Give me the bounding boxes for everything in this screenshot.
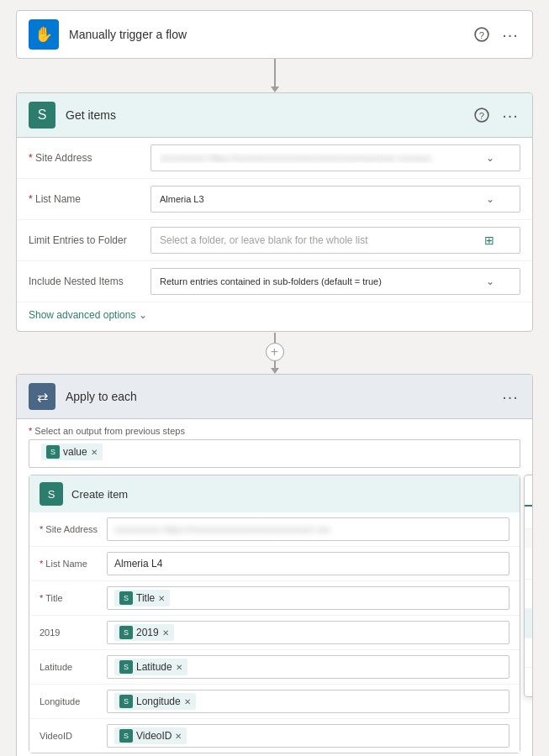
get-items-more-button[interactable]: ··· <box>500 105 520 125</box>
dynamic-content-panel: Dynamic content 🔍 Get items S ID List it… <box>524 475 533 697</box>
show-advanced-chevron: ⌄ <box>139 309 147 321</box>
site-address-text: xxxxxxxxxx https://xxxxxxxxxxxxxxxxxxxxx… <box>160 153 486 163</box>
include-nested-value: Return entries contained in sub-folders … <box>150 268 520 295</box>
site-address-row: Site Address xxxxxxxxxx https://xxxxxxxx… <box>17 138 532 179</box>
create-item-icon: S <box>40 482 63 506</box>
longitude-tag-close[interactable]: ✕ <box>184 697 191 706</box>
longitude-tag: S Longitude ✕ <box>114 693 196 710</box>
create-item-title: Create item <box>71 488 509 501</box>
create-site-address-field[interactable]: xxxxxxxxxx https://xxxxxxxxxxxxxxxxxxxxx… <box>107 517 509 541</box>
dynamic-item-id[interactable]: S ID List item id. Use this <box>525 548 533 580</box>
list-name-value-wrap: Almeria L3 ⌄ <box>150 186 520 213</box>
list-name-text: Almeria L3 <box>160 194 486 204</box>
apply-each-card: ⇄ Apply to each ··· * Select an output f… <box>16 374 533 756</box>
get-items-help-button[interactable]: ? <box>472 105 492 125</box>
latitude-tag: S Latitude ✕ <box>114 659 187 675</box>
create-2019-field[interactable]: S 2019 ✕ <box>107 621 509 644</box>
trigger-more-button[interactable]: ··· <box>500 24 520 45</box>
folder-icon: ⊞ <box>484 234 494 247</box>
apply-each-more-button[interactable]: ··· <box>500 386 520 407</box>
limit-entries-value: Select a folder, or leave blank for the … <box>150 227 520 254</box>
create-longitude-field[interactable]: S Longitude ✕ <box>107 690 509 713</box>
create-item-body: Site Address xxxxxxxxxx https://xxxxxxxx… <box>29 512 520 753</box>
year-tag: S 2019 ✕ <box>114 624 174 641</box>
add-step-button[interactable]: + <box>266 343 284 361</box>
include-nested-label: Include Nested Items <box>29 276 150 287</box>
trigger-icon: ✋ <box>29 19 59 50</box>
limit-entries-label: Limit Entries to Folder <box>29 234 150 246</box>
value-tag-close[interactable]: ✕ <box>91 448 98 457</box>
create-site-address-row: Site Address xxxxxxxxxx https://xxxxxxxx… <box>29 512 520 547</box>
trigger-block: ✋ Manually trigger a flow ? ··· <box>16 10 533 59</box>
create-item-header: S Create item <box>29 475 520 512</box>
create-2019-label: 2019 <box>40 627 107 638</box>
latitude-tag-icon: S <box>119 660 133 674</box>
include-nested-text: Return entries contained in sub-folders … <box>160 276 486 286</box>
dynamic-item-videoid[interactable]: S VideoID <box>525 668 533 696</box>
create-list-name-text: Almeria L4 <box>114 558 162 570</box>
site-address-dropdown[interactable]: xxxxxxxxxx https://xxxxxxxxxxxxxxxxxxxxx… <box>150 144 520 171</box>
create-videoid-row: VideoID S VideoID ✕ <box>29 719 520 753</box>
year-tag-close[interactable]: ✕ <box>162 628 169 638</box>
create-item-wrapper: S Create item Site Address xxxxxxxxxx ht… <box>17 475 532 753</box>
dynamic-item-title[interactable]: S Title <box>525 580 533 609</box>
list-name-dropdown[interactable]: Almeria L3 ⌄ <box>150 186 520 213</box>
arrow-connector-1 <box>271 59 279 92</box>
dynamic-item-latitude[interactable]: S Latitude <box>525 609 533 638</box>
limit-entries-row: Limit Entries to Folder Select a folder,… <box>17 220 532 261</box>
plus-connector-1: + <box>266 332 284 374</box>
latitude-tag-close[interactable]: ✕ <box>176 663 182 672</box>
create-longitude-row: Longitude S Longitude ✕ <box>29 685 520 719</box>
create-item-card: S Create item Site Address xxxxxxxxxx ht… <box>29 475 520 753</box>
show-advanced-text: Show advanced options <box>29 309 135 321</box>
plus-arrow <box>271 368 279 374</box>
create-list-name-label: List Name <box>40 559 107 569</box>
value-tag: S value ✕ <box>41 444 103 460</box>
dynamic-item-longitude[interactable]: S Longitude <box>525 638 533 668</box>
tag-container[interactable]: S value ✕ <box>29 439 520 468</box>
create-site-address-label: Site Address <box>40 524 107 534</box>
dynamic-section-label: Get items <box>525 529 533 548</box>
site-address-label: Site Address <box>29 152 150 164</box>
plus-line-bottom <box>274 361 276 368</box>
limit-entries-placeholder: Select a folder, or leave blank for the … <box>160 234 367 246</box>
create-title-label: Title <box>40 593 107 603</box>
include-nested-chevron: ⌄ <box>486 276 494 287</box>
apply-each-title: Apply to each <box>66 390 490 403</box>
title-tag-close[interactable]: ✕ <box>158 594 165 603</box>
longitude-tag-text: Longitude <box>136 696 181 707</box>
trigger-help-button[interactable]: ? <box>472 24 492 45</box>
create-latitude-field[interactable]: S Latitude ✕ <box>107 655 509 679</box>
dynamic-panel-title: Dynamic content <box>525 475 533 507</box>
limit-entries-field[interactable]: Select a folder, or leave blank for the … <box>150 227 520 254</box>
apply-each-header: ⇄ Apply to each ··· <box>17 375 532 419</box>
list-name-row: List Name Almeria L3 ⌄ <box>17 179 532 220</box>
select-output-label: * Select an output from previous steps <box>17 419 532 439</box>
svg-text:?: ? <box>479 30 484 40</box>
latitude-tag-text: Latitude <box>136 661 172 673</box>
apply-each-body: * Select an output from previous steps S… <box>17 419 532 753</box>
get-items-title: Get items <box>66 108 462 122</box>
trigger-actions: ? ··· <box>472 24 520 45</box>
create-list-name-field[interactable]: Almeria L4 <box>107 552 509 575</box>
value-tag-text: value <box>63 446 87 458</box>
title-tag: S Title ✕ <box>114 590 170 606</box>
list-name-label: List Name <box>29 193 150 205</box>
value-tag-icon: S <box>46 445 60 459</box>
include-nested-row: Include Nested Items Return entries cont… <box>17 261 532 302</box>
videoid-tag: S VideoID ✕ <box>114 727 187 744</box>
create-videoid-field[interactable]: S VideoID ✕ <box>107 724 509 748</box>
create-title-field[interactable]: S Title ✕ <box>107 586 509 610</box>
videoid-tag-close[interactable]: ✕ <box>175 732 182 741</box>
videoid-tag-text: VideoID <box>136 730 172 742</box>
create-site-address-text: xxxxxxxxxx https://xxxxxxxxxxxxxxxxxxxxx… <box>114 524 330 534</box>
show-advanced-link[interactable]: Show advanced options ⌄ <box>17 302 532 331</box>
include-nested-dropdown[interactable]: Return entries contained in sub-folders … <box>150 268 520 295</box>
longitude-tag-icon: S <box>119 695 133 708</box>
site-address-chevron: ⌄ <box>486 152 494 164</box>
title-tag-text: Title <box>136 592 155 604</box>
list-name-chevron: ⌄ <box>486 193 494 205</box>
create-longitude-label: Longitude <box>40 696 107 706</box>
create-latitude-row: Latitude S Latitude ✕ <box>29 650 520 685</box>
get-items-icon: S <box>29 102 55 129</box>
